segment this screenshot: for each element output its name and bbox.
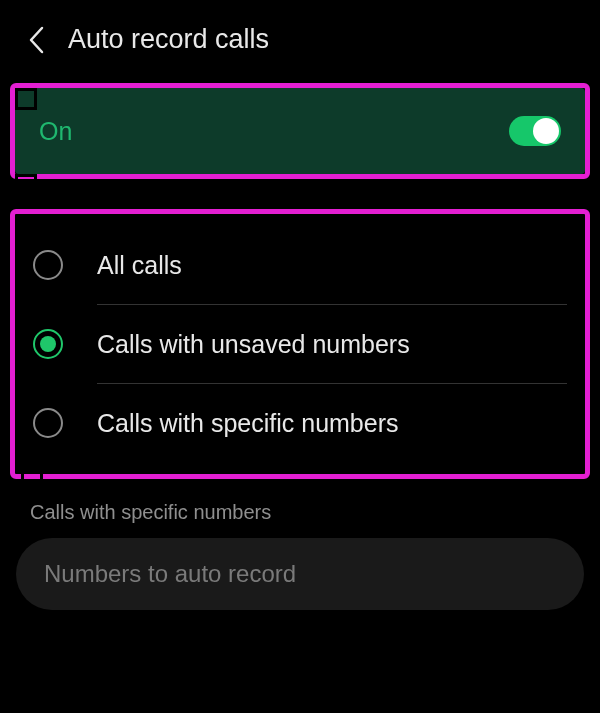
toggle-label: On xyxy=(39,117,72,146)
specific-numbers-section-label: Calls with specific numbers xyxy=(0,479,600,538)
radio-icon xyxy=(33,250,63,280)
options-highlight-frame: All calls Calls with unsaved numbers Cal… xyxy=(10,209,590,479)
numbers-input-placeholder: Numbers to auto record xyxy=(44,560,296,587)
radio-icon xyxy=(33,329,63,359)
radio-label: Calls with unsaved numbers xyxy=(97,330,410,359)
toggle-switch[interactable] xyxy=(509,116,561,146)
radio-dot-icon xyxy=(40,336,56,352)
page-title: Auto record calls xyxy=(68,24,269,55)
numbers-input[interactable]: Numbers to auto record xyxy=(16,538,584,610)
toggle-knob xyxy=(533,118,559,144)
radio-icon xyxy=(33,408,63,438)
radio-option-unsaved-numbers[interactable]: Calls with unsaved numbers xyxy=(21,305,579,383)
radio-option-all-calls[interactable]: All calls xyxy=(21,226,579,304)
toggle-highlight-frame: On xyxy=(10,83,590,179)
back-icon[interactable] xyxy=(28,26,44,54)
header: Auto record calls xyxy=(0,0,600,75)
radio-label: Calls with specific numbers xyxy=(97,409,399,438)
radio-label: All calls xyxy=(97,251,182,280)
radio-option-specific-numbers[interactable]: Calls with specific numbers xyxy=(21,384,579,462)
master-toggle-row[interactable]: On xyxy=(15,88,585,174)
